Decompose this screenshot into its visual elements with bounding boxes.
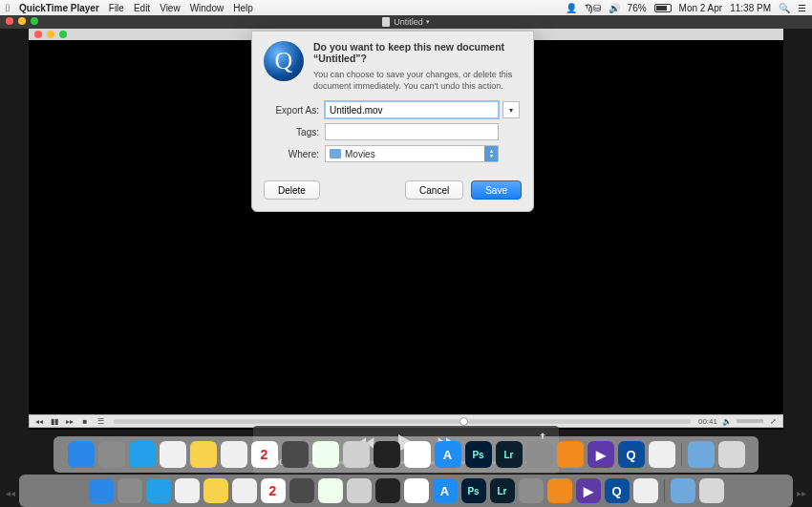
- export-as-input[interactable]: [325, 101, 499, 118]
- dock-app-settings[interactable]: [519, 478, 544, 503]
- dock-app-notes[interactable]: [203, 478, 228, 503]
- dock-upper: 2APsLr▶Q: [53, 436, 759, 473]
- dock-app-automator[interactable]: [347, 478, 372, 503]
- dock-app-mission[interactable]: [289, 478, 314, 503]
- dialog-subtitle: You can choose to save your changes, or …: [313, 70, 522, 92]
- dock-app-folder[interactable]: [688, 441, 715, 468]
- expand-save-panel-button[interactable]: ▾: [502, 101, 520, 118]
- dock-lower: 2APsLr▶Q: [19, 475, 793, 507]
- menu-edit[interactable]: Edit: [134, 3, 150, 13]
- dock-app-reminders[interactable]: [221, 441, 247, 468]
- quicktime-app-icon: [264, 41, 304, 81]
- dock-app-notes[interactable]: [190, 441, 217, 468]
- where-select[interactable]: Movies ▴▾: [325, 145, 499, 162]
- dialog-title: Do you want to keep this new document “U…: [313, 41, 522, 64]
- dock-app-mission[interactable]: [282, 441, 309, 468]
- dock-app-appstore[interactable]: A: [433, 478, 458, 503]
- dock-app-launchpad[interactable]: [98, 441, 125, 468]
- dock-app-chrome[interactable]: [160, 441, 186, 468]
- dock-app-photobooth[interactable]: [633, 478, 658, 503]
- dock-app-lightroom[interactable]: Lr: [496, 441, 523, 468]
- menu-file[interactable]: File: [109, 3, 124, 13]
- dock-app-finder[interactable]: [68, 441, 95, 468]
- player-close-button[interactable]: [34, 31, 42, 38]
- dock-app-lightroom[interactable]: Lr: [490, 478, 515, 503]
- dock-app-calendar[interactable]: 2: [251, 441, 278, 468]
- notification-icon[interactable]: ☰: [798, 3, 806, 13]
- close-window-button[interactable]: [6, 17, 13, 25]
- strip-track[interactable]: [114, 419, 691, 424]
- dock-app-maps[interactable]: [318, 478, 343, 503]
- dock-app-play[interactable]: ▶: [588, 441, 614, 468]
- strip-total-time: 00:41: [698, 417, 717, 426]
- dock-app-safari[interactable]: [129, 441, 156, 468]
- folder-icon: [330, 149, 341, 158]
- strip-fullscreen-button[interactable]: ⤢: [767, 416, 779, 426]
- dock-app-reminders[interactable]: [232, 478, 257, 503]
- tags-label: Tags:: [266, 127, 325, 137]
- dock-app-finder[interactable]: [89, 478, 114, 503]
- zoom-window-button[interactable]: [31, 17, 38, 25]
- spotlight-icon[interactable]: 🔍: [779, 3, 790, 13]
- volume-icon[interactable]: 🔊: [609, 3, 620, 13]
- delete-button[interactable]: Delete: [264, 180, 320, 200]
- where-value: Movies: [345, 149, 375, 159]
- strip-stop-button[interactable]: ■: [79, 416, 91, 426]
- dock-app-terminal[interactable]: [374, 441, 400, 468]
- strip-forward-button[interactable]: ▸▸: [64, 416, 75, 426]
- dock-separator: [664, 479, 665, 502]
- window-title: Untitled: [394, 17, 423, 27]
- dock-app-vlc[interactable]: [557, 441, 584, 468]
- app-name[interactable]: QuickTime Player: [19, 3, 99, 13]
- desktop-next-arrow[interactable]: ▸▸: [791, 478, 812, 507]
- minimize-window-button[interactable]: [18, 17, 26, 25]
- dock-app-maps[interactable]: [312, 441, 339, 468]
- dock-app-trash[interactable]: [699, 478, 724, 503]
- dock-app-photoshop[interactable]: Ps: [465, 441, 492, 468]
- dock-app-terminal[interactable]: [375, 478, 400, 503]
- dock-app-settings[interactable]: [526, 441, 553, 468]
- menu-window[interactable]: Window: [190, 3, 224, 13]
- strip-list-button[interactable]: ☰: [95, 416, 106, 426]
- player-traffic-lights: [34, 31, 67, 38]
- dock-app-calendar[interactable]: 2: [261, 478, 286, 503]
- battery-icon[interactable]: [654, 4, 672, 12]
- dock-app-photoshop[interactable]: Ps: [461, 478, 486, 503]
- dock-app-quicktime[interactable]: Q: [605, 478, 630, 503]
- dock-app-quicktime[interactable]: Q: [618, 441, 645, 468]
- chevron-down-icon[interactable]: ▾: [426, 18, 430, 26]
- player-minimize-button[interactable]: [47, 31, 54, 38]
- player-zoom-button[interactable]: [59, 31, 67, 38]
- window-traffic-lights: [6, 17, 38, 25]
- battery-percent: 76%: [628, 3, 647, 13]
- select-arrows-icon: ▴▾: [484, 146, 498, 161]
- menu-help[interactable]: Help: [233, 3, 253, 13]
- user-icon[interactable]: 👤: [566, 3, 577, 13]
- dock-app-trash[interactable]: [718, 441, 745, 468]
- dock-app-photos[interactable]: [404, 478, 429, 503]
- strip-knob[interactable]: [459, 417, 468, 426]
- dock-app-folder[interactable]: [671, 478, 695, 503]
- dock-app-launchpad[interactable]: [118, 478, 142, 503]
- date: Mon 2 Apr: [679, 3, 723, 13]
- menu-view[interactable]: View: [160, 3, 181, 13]
- desktop-prev-arrow[interactable]: ◂◂: [0, 478, 21, 507]
- strip-volume-track[interactable]: [737, 419, 763, 423]
- strip-pause-button[interactable]: ▮▮: [49, 416, 60, 426]
- dock-app-appstore[interactable]: A: [435, 441, 461, 468]
- dock-app-play[interactable]: ▶: [576, 478, 601, 503]
- save-button[interactable]: Save: [471, 180, 522, 200]
- strip-volume-icon[interactable]: 🔈: [721, 416, 733, 426]
- apple-menu[interactable]: : [6, 2, 10, 13]
- strip-rewind-button[interactable]: ◂◂: [33, 416, 45, 426]
- dock-app-safari[interactable]: [146, 478, 171, 503]
- dock-app-photos[interactable]: [404, 441, 431, 468]
- dock-app-chrome[interactable]: [175, 478, 200, 503]
- tags-input[interactable]: [325, 123, 499, 140]
- wifi-icon[interactable]: Ϡ⛁: [585, 3, 601, 13]
- dock-app-vlc[interactable]: [547, 478, 572, 503]
- dock-app-photobooth[interactable]: [649, 441, 675, 468]
- dock-app-automator[interactable]: [343, 441, 370, 468]
- cancel-button[interactable]: Cancel: [405, 180, 463, 200]
- window-titlebar: Untitled ▾: [0, 15, 812, 29]
